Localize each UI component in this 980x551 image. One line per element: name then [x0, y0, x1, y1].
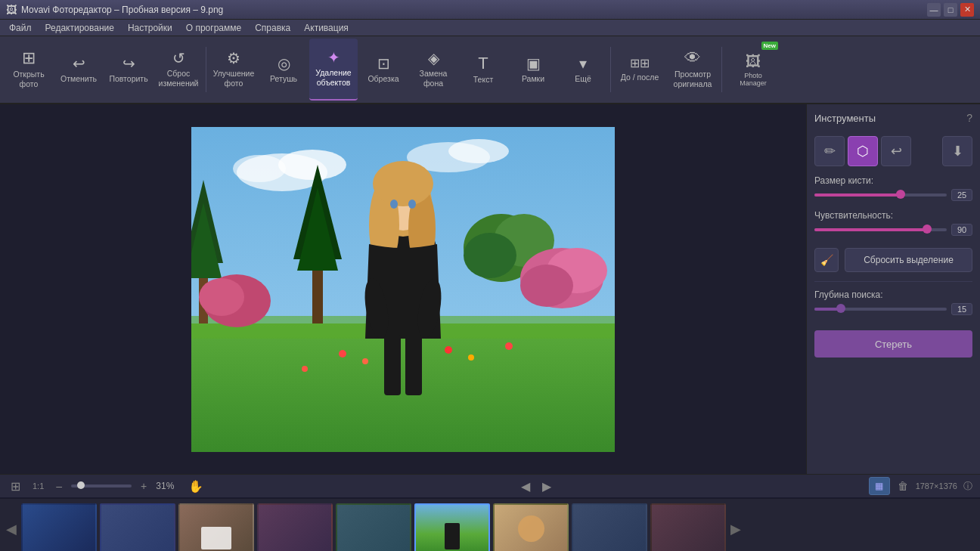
zoom-bar: ⊞ 1:1 – + 31% ✋ ◀ ▶ ▦ 🗑 1787×1376 ⓘ: [0, 474, 980, 498]
brush-size-value[interactable]: 25: [951, 189, 972, 201]
undo-button[interactable]: ↩ Отменить: [54, 39, 103, 101]
gallery-icon: ▦: [875, 481, 883, 491]
frames-button[interactable]: ▣ Рамки: [509, 39, 557, 101]
svg-point-28: [390, 200, 398, 209]
lasso-icon: ⬡: [857, 143, 869, 159]
menu-settings[interactable]: Настройки: [122, 21, 178, 35]
menu-activation[interactable]: Активация: [298, 21, 355, 35]
svg-point-35: [362, 358, 368, 364]
app-icon: 🖼: [6, 4, 17, 16]
retouch-button[interactable]: ◎ Ретушь: [259, 39, 308, 101]
crop-label: Обрезка: [368, 74, 399, 84]
gallery-view-button[interactable]: ▦: [869, 477, 890, 495]
reset-selection-icon-button[interactable]: 🧹: [814, 248, 839, 272]
zoom-slider[interactable]: [71, 484, 132, 488]
depth-slider-row: Глубина поиска: 15: [814, 281, 972, 315]
panel-help-icon[interactable]: ?: [966, 112, 972, 124]
redo-button[interactable]: ↪ Повторить: [104, 39, 153, 101]
filmstrip-item-9[interactable]: [650, 503, 726, 552]
svg-rect-6: [191, 323, 615, 452]
remove-objects-button[interactable]: ✦ Удалениеобъектов: [309, 39, 358, 101]
sensitivity-value[interactable]: 90: [951, 224, 972, 236]
before-after-label: До / после: [621, 73, 659, 82]
minimize-button[interactable]: —: [927, 3, 941, 17]
filmstrip-item-6[interactable]: [414, 503, 490, 552]
enhance-button[interactable]: ⚙ Улучшениефото: [209, 39, 258, 101]
filmstrip-item-2[interactable]: [100, 503, 175, 552]
filmstrip-item-7[interactable]: [493, 503, 569, 552]
filmstrip-item-5[interactable]: [336, 503, 411, 552]
next-image-button[interactable]: ▶: [539, 479, 554, 494]
title-bar-left: 🖼 Movavi Фоторедактор – Пробная версия –…: [6, 4, 223, 16]
photo-manager-button[interactable]: New 🖼 PhotoManager: [725, 39, 781, 101]
thumbnail-7: [495, 505, 567, 552]
svg-point-5: [448, 139, 509, 163]
erase-button[interactable]: Стереть: [814, 330, 972, 358]
sensitivity-fill: [814, 228, 927, 231]
filmstrip-item-4[interactable]: [257, 503, 333, 552]
filmstrip-item-3[interactable]: [178, 503, 254, 552]
svg-point-34: [339, 350, 346, 358]
depth-slider-container[interactable]: 15: [814, 303, 972, 315]
more-button[interactable]: ▾ Ещё: [559, 39, 607, 101]
sensitivity-track[interactable]: [814, 228, 947, 231]
menu-edit[interactable]: Редактирование: [39, 21, 120, 35]
close-button[interactable]: ✕: [960, 3, 974, 17]
hand-tool-icon[interactable]: ✋: [188, 479, 203, 494]
filmstrip-next-button[interactable]: ▶: [729, 521, 743, 537]
menu-help[interactable]: Справка: [249, 21, 296, 35]
zoom-in-button[interactable]: +: [138, 478, 150, 494]
view-original-button[interactable]: 👁 Просмотроригинала: [667, 39, 718, 101]
thumbnail-4: [259, 505, 331, 552]
lasso-tool-button[interactable]: ⬡: [848, 136, 878, 166]
brush-tool-button[interactable]: ✏: [814, 136, 845, 166]
reset-label: Сбросизменений: [159, 69, 199, 88]
sensitivity-thumb[interactable]: [923, 224, 932, 234]
thumbnail-8: [573, 505, 646, 552]
main-photo: [191, 127, 615, 452]
stamp-tool-button[interactable]: ⬇: [942, 136, 972, 166]
depth-thumb[interactable]: [836, 304, 845, 313]
brush-size-thumb[interactable]: [896, 190, 905, 199]
fit-button[interactable]: ⊞: [8, 478, 23, 495]
reset-selection-label: Сбросить выделение: [864, 255, 954, 265]
brush-size-track[interactable]: [814, 193, 947, 197]
background-button[interactable]: ◈ Заменафона: [409, 39, 457, 101]
canvas-area[interactable]: [0, 104, 806, 474]
delete-image-button[interactable]: 🗑: [896, 478, 910, 494]
view-original-icon: 👁: [684, 50, 701, 67]
photo-manager-icon: 🖼: [746, 53, 761, 70]
text-button[interactable]: T Текст: [459, 39, 507, 101]
view-original-label: Просмотроригинала: [674, 70, 712, 88]
zoom-thumb[interactable]: [77, 481, 85, 489]
new-badge: New: [761, 42, 778, 50]
menu-file[interactable]: Файл: [3, 21, 38, 35]
sensitivity-slider-container[interactable]: 90: [814, 224, 972, 236]
menu-bar: Файл Редактирование Настройки О программ…: [0, 20, 980, 36]
svg-point-27: [373, 161, 433, 206]
depth-value[interactable]: 15: [951, 303, 972, 315]
image-info-button[interactable]: ⓘ: [963, 480, 972, 493]
zoom-out-button[interactable]: –: [53, 478, 65, 494]
menu-about[interactable]: О программе: [180, 21, 247, 35]
prev-image-button[interactable]: ◀: [518, 479, 533, 494]
title-bar-controls[interactable]: — □ ✕: [927, 3, 974, 17]
image-dimensions: 1787×1376: [916, 481, 957, 491]
maximize-button[interactable]: □: [944, 3, 957, 17]
before-after-button[interactable]: ⊞⊞ До / после: [614, 39, 665, 101]
filmstrip-item-1[interactable]: [21, 503, 97, 552]
one-to-one-button[interactable]: 1:1: [29, 480, 47, 492]
depth-track[interactable]: [814, 308, 947, 311]
toolbar-separator-3: [721, 47, 722, 92]
enhance-icon: ⚙: [227, 51, 240, 66]
magic-tool-button[interactable]: ↩: [881, 136, 911, 166]
reset-button[interactable]: ↺ Сбросизменений: [154, 39, 203, 101]
crop-button[interactable]: ⊡ Обрезка: [359, 39, 408, 101]
open-photo-button[interactable]: ⊞ Открытьфото: [5, 39, 53, 101]
filmstrip-prev-button[interactable]: ◀: [5, 521, 18, 537]
depth-label: Глубина поиска:: [814, 289, 972, 300]
reset-selection-button[interactable]: Сбросить выделение: [845, 248, 972, 272]
tool-icons-row: ✏ ⬡ ↩ ⬇: [814, 136, 972, 166]
filmstrip-item-8[interactable]: [572, 503, 647, 552]
brush-size-slider-container[interactable]: 25: [814, 189, 972, 201]
